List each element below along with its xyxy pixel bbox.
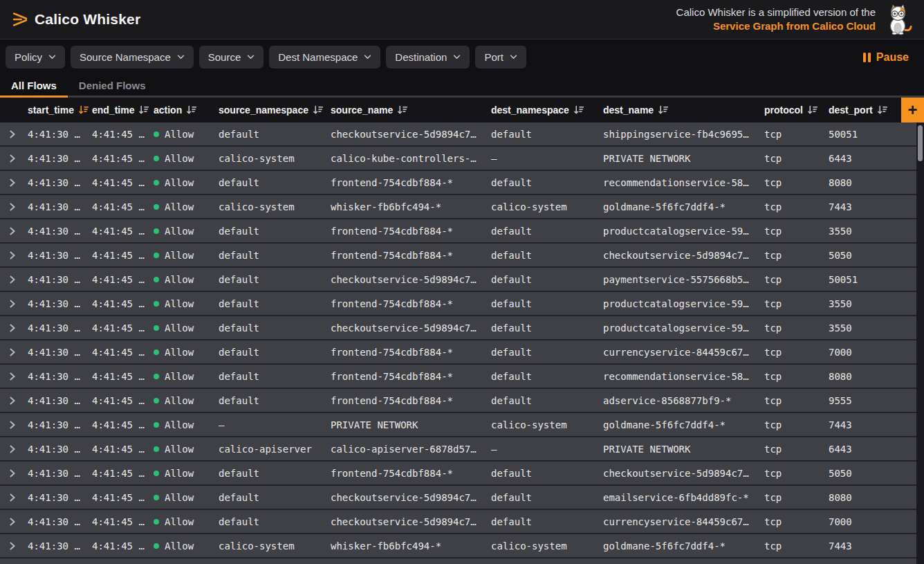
cell-action: Allow: [154, 468, 219, 479]
cell-start_time: 4:41:30 …: [28, 274, 92, 285]
table-row[interactable]: 4:41:30 …4:41:45 …Allowdefaultfrontend-7…: [0, 292, 916, 316]
row-expander-chevron[interactable]: [8, 203, 28, 211]
table-row[interactable]: 4:41:30 …4:41:45 …Allowdefaultcheckoutse…: [0, 486, 916, 510]
table-row[interactable]: 4:41:30 …4:41:45 …Allowdefaultcheckoutse…: [0, 268, 916, 292]
row-expander-chevron[interactable]: [8, 275, 28, 284]
cell-source_namespace: default: [219, 250, 331, 261]
cell-end_time: 4:41:45 …: [92, 371, 154, 382]
filter-dest-namespace[interactable]: Dest Namespace: [269, 46, 380, 69]
cell-action: Allow: [154, 226, 219, 237]
cell-protocol: tcp: [764, 250, 829, 261]
service-graph-link[interactable]: Service Graph from Calico Cloud: [676, 19, 876, 33]
allow-status-dot: [154, 543, 159, 549]
row-expander-chevron[interactable]: [8, 518, 28, 526]
cell-dest_name: PRIVATE NETWORK: [603, 153, 764, 164]
cat-mascot-image: [883, 3, 914, 35]
allow-status-dot: [154, 398, 159, 403]
row-expander-chevron[interactable]: [8, 348, 28, 356]
cell-dest_namespace: default: [491, 226, 603, 237]
scrollbar-thumb[interactable]: [918, 125, 923, 161]
table-row[interactable]: 4:41:30 …4:41:45 …Allowdefaultcheckoutse…: [0, 510, 916, 534]
filter-label: Destination: [395, 51, 447, 63]
chevron-right-icon: [8, 179, 17, 187]
filter-label: Port: [484, 51, 503, 63]
tab-all-flows[interactable]: All Flows: [0, 75, 68, 98]
filter-source-namespace[interactable]: Source Namespace: [71, 46, 194, 69]
column-header-dest_namespace[interactable]: dest_namespace: [491, 104, 603, 116]
table-row[interactable]: 4:41:30 …4:41:45 …Allowcalico-systemcali…: [0, 147, 916, 171]
column-header-action[interactable]: action: [154, 104, 219, 116]
column-header-protocol[interactable]: protocol: [764, 104, 829, 116]
row-expander-chevron[interactable]: [8, 493, 28, 502]
row-expander-chevron[interactable]: [8, 421, 28, 429]
column-header-label: dest_port: [829, 104, 873, 116]
table-row[interactable]: 4:41:30 …4:41:45 …Allowdefaultcheckoutse…: [0, 316, 916, 340]
table-row[interactable]: 4:41:30 …4:41:45 …Allowdefaultfrontend-7…: [0, 462, 916, 486]
cell-end_time: 4:41:45 …: [92, 516, 154, 527]
filter-port[interactable]: Port: [475, 46, 526, 69]
table-row[interactable]: 4:41:30 …4:41:45 …Allowdefaultfrontend-7…: [0, 244, 916, 268]
table-row[interactable]: 4:41:30 …4:41:45 …Allowdefaultfrontend-7…: [0, 365, 916, 389]
chevron-right-icon: [8, 493, 17, 502]
table-row[interactable]: 4:41:30 …4:41:45 …Allowdefaultfrontend-7…: [0, 219, 916, 244]
cell-end_time: 4:41:45 …: [92, 201, 154, 212]
cell-source_name: checkoutservice-5d9894c7…: [331, 516, 491, 527]
table-row[interactable]: 4:41:30 …4:41:45 …Allowdefaultfrontend-7…: [0, 171, 916, 195]
chevron-right-icon: [8, 518, 17, 526]
table-row[interactable]: 4:41:30 …4:41:45 …Allowcalico-apiserverc…: [0, 437, 916, 462]
cell-source_name: checkoutservice-5d9894c7…: [331, 274, 491, 285]
row-expander-chevron[interactable]: [8, 130, 28, 138]
scrollbar[interactable]: [916, 122, 924, 564]
cell-dest_port: 8080: [829, 177, 916, 188]
pause-button[interactable]: Pause: [858, 51, 914, 64]
chevron-right-icon: [8, 421, 17, 429]
action-label: Allow: [165, 177, 194, 188]
column-header-dest_port[interactable]: dest_port: [829, 104, 901, 116]
filter-source[interactable]: Source: [199, 46, 264, 69]
column-header-source_name[interactable]: source_name: [331, 104, 491, 116]
cell-action: Allow: [154, 540, 219, 552]
column-header-start_time[interactable]: start_time: [28, 104, 92, 116]
row-expander-chevron[interactable]: [8, 179, 28, 187]
row-expander-chevron[interactable]: [8, 445, 28, 453]
row-expander-chevron[interactable]: [8, 542, 28, 550]
sort-icon: [397, 105, 407, 115]
cell-start_time: 4:41:30 …: [28, 129, 92, 140]
row-expander-chevron[interactable]: [8, 300, 28, 308]
row-expander-chevron[interactable]: [8, 251, 28, 260]
cell-end_time: 4:41:45 …: [92, 274, 154, 285]
filter-policy[interactable]: Policy: [6, 46, 65, 69]
add-column-button[interactable]: +: [901, 98, 924, 122]
table-row[interactable]: 4:41:30 …4:41:45 …Allow–PRIVATE NETWORKc…: [0, 413, 916, 437]
cell-start_time: 4:41:30 …: [28, 516, 92, 527]
filter-destination[interactable]: Destination: [386, 46, 470, 69]
row-expander-chevron[interactable]: [8, 324, 28, 332]
column-header-end_time[interactable]: end_time: [92, 104, 154, 116]
table-row[interactable]: 4:41:30 …4:41:45 …Allowcalico-systemwhis…: [0, 534, 916, 558]
cell-dest_name: checkoutservice-5d9894c7…: [603, 468, 764, 479]
cell-source_namespace: default: [219, 274, 331, 285]
table-row[interactable]: 4:41:30 …4:41:45 …Allowcalico-systemwhis…: [0, 195, 916, 219]
table-row[interactable]: 4:41:30 …4:41:45 …Allowdefaultfrontend-7…: [0, 389, 916, 413]
chevron-right-icon: [8, 469, 17, 477]
row-expander-chevron[interactable]: [8, 469, 28, 477]
tab-denied-flows[interactable]: Denied Flows: [68, 75, 157, 98]
chevron-right-icon: [8, 300, 17, 308]
row-expander-chevron[interactable]: [8, 397, 28, 405]
action-label: Allow: [165, 444, 194, 455]
table-row[interactable]: 4:41:30 …4:41:45 …Allowdefaultfrontend-7…: [0, 340, 916, 365]
column-header-source_namespace[interactable]: source_namespace: [219, 104, 331, 116]
cell-protocol: tcp: [764, 322, 829, 334]
cell-source_namespace: default: [219, 322, 331, 334]
cell-end_time: 4:41:45 …: [92, 540, 154, 552]
row-expander-chevron[interactable]: [8, 154, 28, 163]
cell-source_namespace: –: [219, 419, 331, 430]
table-body-wrap: 4:41:30 …4:41:45 …Allowdefaultcheckoutse…: [0, 122, 924, 564]
cell-end_time: 4:41:45 …: [92, 322, 154, 334]
table-row[interactable]: 4:41:30 …4:41:45 …Allowdefaultcheckoutse…: [0, 122, 916, 147]
cell-dest_port: 5050: [829, 250, 916, 261]
column-header-dest_name[interactable]: dest_name: [603, 104, 764, 116]
row-expander-chevron[interactable]: [8, 372, 28, 381]
row-expander-chevron[interactable]: [8, 227, 28, 235]
chevron-down-icon: [177, 55, 185, 60]
